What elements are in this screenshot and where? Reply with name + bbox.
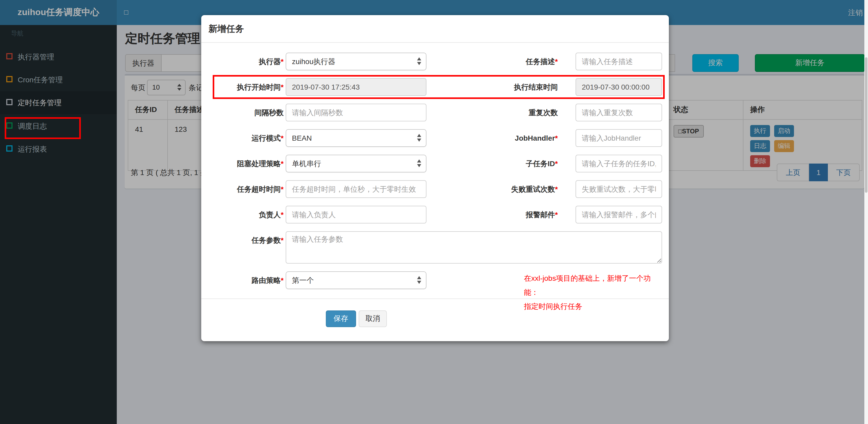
end-time-label: 执行结束时间 (427, 78, 558, 96)
cancel-button[interactable]: 取消 (359, 311, 387, 327)
fail-retry-input[interactable] (576, 180, 662, 198)
interval-label: 间隔秒数 (208, 104, 284, 121)
select-arrows-icon (417, 57, 421, 65)
select-arrows-icon (417, 276, 421, 284)
owner-label: 负责人* (208, 206, 284, 224)
modal-footer: 保存 取消 (201, 311, 669, 327)
task-desc-label: 任务描述* (427, 53, 558, 70)
route-strategy-select[interactable]: 第一个 (286, 271, 427, 289)
executor-label: 执行器* (208, 53, 284, 70)
alarm-email-input[interactable] (576, 206, 662, 224)
interval-input[interactable] (286, 104, 427, 121)
modal-footer-divider (201, 298, 669, 299)
job-param-textarea[interactable] (286, 231, 662, 264)
owner-input[interactable] (286, 206, 427, 224)
end-time-input[interactable] (576, 78, 662, 96)
repeat-count-input[interactable] (576, 104, 662, 121)
alarm-email-label: 报警邮件* (427, 206, 558, 224)
executor-select[interactable]: zuihou执行器 (286, 53, 427, 70)
child-job-id-input[interactable] (576, 155, 662, 172)
child-job-id-label: 子任务ID* (427, 155, 558, 172)
save-button[interactable]: 保存 (326, 311, 356, 327)
scrollbar[interactable] (864, 0, 868, 424)
select-arrows-icon (417, 159, 421, 167)
fail-retry-label: 失败重试次数* (427, 180, 558, 198)
block-strategy-select[interactable]: 单机串行 (286, 155, 427, 172)
select-arrows-icon (417, 134, 421, 142)
block-strategy-label: 阻塞处理策略* (208, 155, 284, 172)
repeat-count-label: 重复次数 (427, 104, 558, 121)
modal-title: 新增任务 (209, 15, 244, 43)
job-handler-label: JobHandler* (427, 129, 558, 147)
modal-header: 新增任务 (201, 15, 669, 43)
start-time-input[interactable] (286, 78, 427, 96)
modal-body: 执行器* zuihou执行器 任务描述* 执行开始时间* 执行结束时间 间隔秒数… (201, 43, 669, 289)
scrollbar-thumb[interactable] (865, 57, 867, 193)
timeout-input[interactable] (286, 180, 427, 198)
run-mode-select[interactable]: BEAN (286, 129, 427, 147)
job-param-label: 任务参数* (208, 231, 284, 264)
route-strategy-label: 路由策略* (208, 271, 284, 289)
run-mode-label: 运行模式* (208, 129, 284, 147)
task-desc-input[interactable] (576, 53, 662, 70)
start-time-label: 执行开始时间* (208, 78, 284, 96)
job-handler-input[interactable] (576, 129, 662, 147)
annotation-note: 在xxl-jobs项目的基础上，新增了一个功能： 指定时间执行任务 (524, 271, 665, 314)
add-task-modal: 新增任务 执行器* zuihou执行器 任务描述* 执行开始时间* 执行结束时间… (201, 15, 669, 341)
timeout-label: 任务超时时间* (208, 180, 284, 198)
